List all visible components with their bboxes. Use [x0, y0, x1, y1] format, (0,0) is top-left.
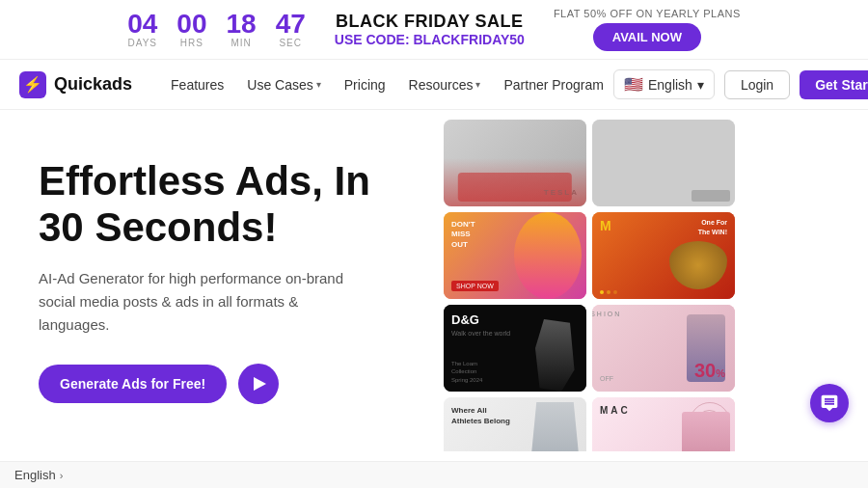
ad-card-blank: [592, 120, 735, 206]
get-started-button[interactable]: Get Started: [800, 70, 868, 99]
bottom-lang-chevron[interactable]: ›: [60, 470, 64, 481]
fashion-discount: 30%: [694, 360, 725, 382]
dg-tagline: Walk over the world: [451, 330, 510, 337]
countdown-min: 18 MIN: [226, 11, 256, 48]
ad-card-dg: D&G Walk over the world The LoamCollecti…: [444, 305, 586, 392]
bottom-language-bar: English ›: [0, 461, 868, 488]
logo-icon: ⚡: [19, 71, 46, 98]
nav-use-cases[interactable]: Use Cases ▾: [237, 71, 330, 98]
days-number: 04: [127, 11, 157, 38]
min-label: MIN: [226, 38, 256, 48]
countdown-sec: 47 SEC: [276, 11, 306, 48]
hero-subtitle: AI-Ad Generator for high performance on-…: [39, 267, 347, 337]
hero-title: Effortless Ads, In 30 Seconds!: [39, 158, 395, 252]
hrs-number: 00: [176, 11, 206, 38]
days-label: DAYS: [127, 38, 157, 48]
sec-label: SEC: [276, 38, 306, 48]
lang-label: English: [648, 77, 692, 93]
top-banner: 04 DAYS 00 HRS 18 MIN 47 SEC BLACK FRIDA…: [0, 0, 868, 60]
nav-right: 🇺🇸 English ▾ Login Get Started: [613, 69, 868, 99]
sec-number: 47: [276, 11, 306, 38]
bottom-lang-label: English: [14, 468, 56, 482]
countdown: 04 DAYS 00 HRS 18 MIN 47 SEC: [127, 11, 306, 48]
fashion-label: FASHION: [592, 311, 621, 317]
banner-right: FLAT 50% OFF ON YEARLY PLANS AVAIL NOW: [554, 8, 741, 51]
lang-chevron: ▾: [697, 77, 704, 93]
use-cases-chevron: ▾: [316, 79, 321, 90]
hero-actions: Generate Ads for Free!: [39, 364, 395, 404]
chat-bubble-button[interactable]: [810, 384, 849, 422]
dontmiss-badge: SHOP NOW: [451, 281, 499, 291]
flag-icon: 🇺🇸: [624, 75, 643, 94]
nav-partner[interactable]: Partner Program: [494, 71, 612, 98]
countdown-hrs: 00 HRS: [176, 11, 206, 48]
athletes-text: Where AllAthletes Belong: [451, 405, 510, 426]
min-number: 18: [226, 11, 256, 38]
ad-card-tesla: TESLA: [444, 120, 586, 206]
promo-code: USE CODE: BLACKFRIDAY50: [335, 32, 525, 47]
hrs-label: HRS: [176, 38, 206, 48]
login-button[interactable]: Login: [724, 70, 790, 99]
banner-center: BLACK FRIDAY SALE USE CODE: BLACKFRIDAY5…: [335, 12, 525, 47]
mac-brand: MAC: [600, 405, 631, 416]
navbar: ⚡ Quickads Features Use Cases ▾ Pricing …: [0, 60, 868, 110]
hero-section: Effortless Ads, In 30 Seconds! AI-Ad Gen…: [0, 110, 424, 451]
language-selector[interactable]: 🇺🇸 English ▾: [613, 69, 715, 99]
ad-card-athletes: Where AllAthletes Belong SHOP NOW: [444, 397, 586, 451]
ad-card-mcdonalds: M One ForThe WIN!: [592, 212, 735, 299]
ad-card-mac: MAC Blush it up!: [592, 397, 735, 451]
mcdonalds-text: One ForThe WIN!: [698, 218, 727, 237]
mcdonalds-arches: M: [600, 218, 611, 233]
chat-icon: [820, 393, 839, 413]
nav-features[interactable]: Features: [161, 71, 233, 98]
ad-card-dontmiss: DON'TMISSOUT SHOP NOW: [444, 212, 586, 299]
countdown-days: 04 DAYS: [127, 11, 157, 48]
sale-title: BLACK FRIDAY SALE: [335, 12, 525, 32]
resources-chevron: ▾: [475, 79, 480, 90]
play-button[interactable]: [238, 364, 279, 404]
dg-logo: D&G: [451, 312, 479, 327]
dg-details: The LoamCollectionSpring 2024: [451, 360, 482, 384]
flat-text: FLAT 50% OFF ON YEARLY PLANS: [554, 8, 741, 19]
logo-text: Quickads: [54, 74, 132, 95]
nav-pricing[interactable]: Pricing: [335, 71, 395, 98]
nav-links: Features Use Cases ▾ Pricing Resources ▾…: [161, 71, 613, 98]
nav-resources[interactable]: Resources ▾: [399, 71, 491, 98]
generate-ads-button[interactable]: Generate Ads for Free!: [39, 365, 227, 403]
fashion-off: OFF: [600, 375, 613, 382]
ad-card-fashion: FASHION 30% OFF: [592, 305, 735, 392]
logo[interactable]: ⚡ Quickads: [19, 71, 132, 98]
mcdonalds-dots: [600, 290, 617, 294]
avail-now-button[interactable]: AVAIL NOW: [593, 23, 701, 51]
main-content: Effortless Ads, In 30 Seconds! AI-Ad Gen…: [0, 110, 868, 451]
ad-grid: TESLA DON'TMISSOUT SHOP NOW M One ForThe…: [424, 110, 868, 451]
